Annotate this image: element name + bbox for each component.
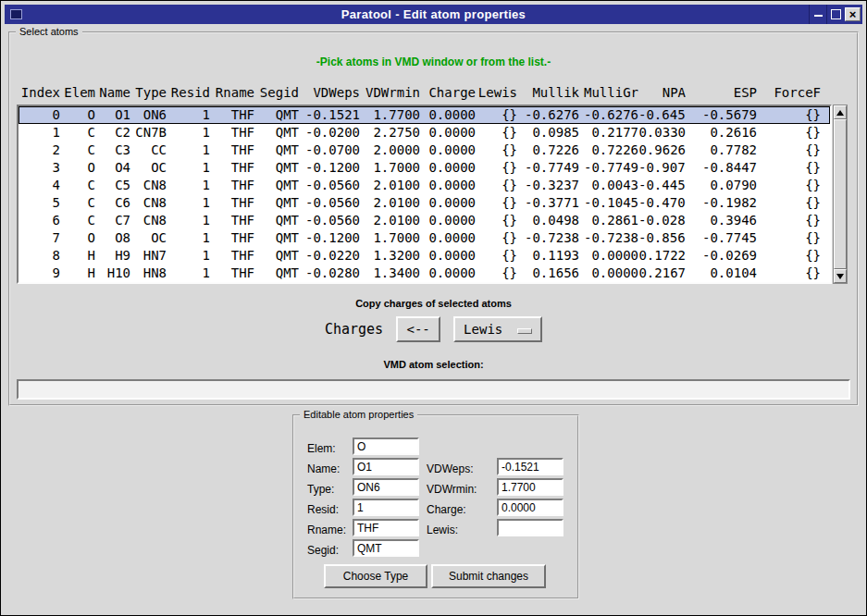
atom-listbox[interactable]: 0OO1ON61THFQMT-0.15211.77000.0000{}-0.62… <box>17 105 832 284</box>
atom-cell: C <box>60 124 95 142</box>
atom-cell: O <box>60 159 95 177</box>
vmd-selection-input[interactable] <box>17 379 850 400</box>
charge-source-dropdown[interactable]: Lewis <box>453 316 542 342</box>
atom-cell: QMT <box>254 124 299 142</box>
atom-cell: -0.0560 <box>299 212 360 229</box>
copy-charges-heading: Copy charges of selected atoms <box>10 298 857 309</box>
close-button[interactable]: × <box>845 7 861 21</box>
atom-cell: QMT <box>254 142 299 159</box>
scrollbar-thumb[interactable] <box>834 119 847 269</box>
rname-input[interactable] <box>353 519 419 536</box>
maximize-button[interactable] <box>826 5 844 24</box>
atom-cell: CN7B <box>130 124 167 142</box>
scroll-down-button[interactable] <box>834 269 847 283</box>
atom-row[interactable]: 2CC3CC1THFQMT-0.07002.00000.0000{}0.7226… <box>19 142 830 159</box>
atom-cell: -0.0200 <box>299 124 360 142</box>
atom-cell: -0.6276 <box>579 106 638 124</box>
atom-row[interactable]: 4CC5CN81THFQMT-0.05602.01000.0000{}-0.32… <box>19 177 830 194</box>
atom-cell: H9 <box>95 247 130 265</box>
atom-cell: -0.9076 <box>638 159 686 177</box>
name-input[interactable] <box>353 458 419 475</box>
atom-cell: QMT <box>254 265 299 282</box>
atom-cell: C3 <box>95 142 130 159</box>
atom-cell: {} <box>476 194 517 212</box>
atom-cell: C <box>60 212 95 229</box>
atom-cell: -0.0288 <box>638 212 686 229</box>
atom-row[interactable]: 5CC6CN81THFQMT-0.05602.01000.0000{}-0.37… <box>19 194 830 212</box>
atom-cell: {} <box>476 142 517 159</box>
atom-cell: -0.1982 <box>686 194 757 212</box>
atom-cell: C2 <box>95 124 130 142</box>
atom-cell: 2.0100 <box>360 194 420 212</box>
lewis-field-label: Lewis: <box>427 524 458 536</box>
atom-cell: 1 <box>167 177 210 194</box>
charge-input[interactable] <box>497 499 564 516</box>
atom-cell: C <box>60 177 95 194</box>
choose-type-button[interactable]: Choose Type <box>324 564 427 588</box>
elem-input[interactable] <box>353 437 419 455</box>
type-input[interactable] <box>353 478 419 496</box>
atom-cell: 1.7000 <box>360 159 420 177</box>
atom-row[interactable]: 8HH9HN71THFQMT-0.02201.32000.0000{}0.119… <box>19 247 830 265</box>
atom-cell: -0.0560 <box>299 194 360 212</box>
rname-field-label: Rname: <box>307 524 346 536</box>
scroll-up-icon <box>836 110 844 116</box>
atom-list-scrollbar[interactable] <box>833 105 848 284</box>
atom-row[interactable]: 6CC7CN81THFQMT-0.05602.01000.0000{}0.049… <box>19 212 830 229</box>
atom-cell: -0.1200 <box>299 229 360 247</box>
vdwrmin-input[interactable] <box>497 478 564 496</box>
column-header-vdwrmin: VDWrmin <box>360 85 420 100</box>
column-header-segid: Segid <box>254 85 299 100</box>
atom-row[interactable]: 1CC2CN7B1THFQMT-0.02002.27500.0000{}0.09… <box>19 124 830 142</box>
atom-cell: C7 <box>95 212 130 229</box>
atom-cell: 0.0985 <box>517 124 579 142</box>
resid-input[interactable] <box>353 499 419 516</box>
type-field-label: Type: <box>307 483 334 496</box>
atom-cell: -0.7238 <box>517 229 579 247</box>
atom-cell: -0.8447 <box>686 159 757 177</box>
atom-cell: THF <box>210 159 254 177</box>
atom-cell: QMT <box>254 247 299 265</box>
atom-cell: 1 <box>167 106 210 124</box>
vdwrmin-field-label: VDWrmin: <box>427 483 477 496</box>
atom-cell: OC <box>130 229 167 247</box>
submit-changes-button[interactable]: Submit changes <box>431 564 546 588</box>
atom-cell: 1 <box>167 194 210 212</box>
column-header-rname: Rname <box>210 85 254 100</box>
lewis-input[interactable] <box>497 519 564 536</box>
atom-row[interactable]: 3OO4OC1THFQMT-0.12001.70000.0000{}-0.774… <box>19 159 830 177</box>
atom-cell: {} <box>757 229 821 247</box>
atom-cell: 1 <box>19 124 60 142</box>
atom-cell: -0.0220 <box>299 247 360 265</box>
atom-cell: {} <box>757 247 821 265</box>
atom-cell: -0.5679 <box>686 106 757 124</box>
window-menu-icon[interactable] <box>10 9 22 19</box>
atom-cell: THF <box>210 142 254 159</box>
atom-cell: CC <box>130 142 167 159</box>
atom-cell: 0.7226 <box>517 142 579 159</box>
atom-cell: 2 <box>19 142 60 159</box>
window-title: Paratool - Edit atom properties <box>5 7 862 21</box>
column-header-charge: Charge <box>420 85 476 100</box>
column-header-vdweps: VDWeps <box>299 85 360 100</box>
atom-row[interactable]: 7OO8OC1THFQMT-0.12001.70000.0000{}-0.723… <box>19 229 830 247</box>
atom-cell: THF <box>210 212 254 229</box>
atom-cell: 0.0000 <box>420 106 476 124</box>
atom-cell: THF <box>210 229 254 247</box>
atom-cell: -0.4700 <box>638 194 686 212</box>
column-header-index: Index <box>19 85 60 100</box>
title-bar[interactable]: Paratool - Edit atom properties × <box>5 5 862 24</box>
minimize-button[interactable] <box>809 5 826 24</box>
scroll-down-icon <box>836 274 844 279</box>
atom-cell: 0.2167 <box>638 265 686 282</box>
vdweps-input[interactable] <box>497 458 564 475</box>
copy-charges-button[interactable]: <-- <box>396 316 440 342</box>
atom-row[interactable]: 0OO1ON61THFQMT-0.15211.77000.0000{}-0.62… <box>19 106 830 124</box>
scroll-up-button[interactable] <box>834 105 847 119</box>
atom-cell: 2.2750 <box>360 124 420 142</box>
atom-row[interactable]: 9HH10HN81THFQMT-0.02801.34000.0000{}0.16… <box>19 265 830 282</box>
atom-cell: 0.0330 <box>638 124 686 142</box>
atom-cell: QMT <box>254 212 299 229</box>
segid-input[interactable] <box>353 539 419 557</box>
atom-cell: CN8 <box>130 194 167 212</box>
